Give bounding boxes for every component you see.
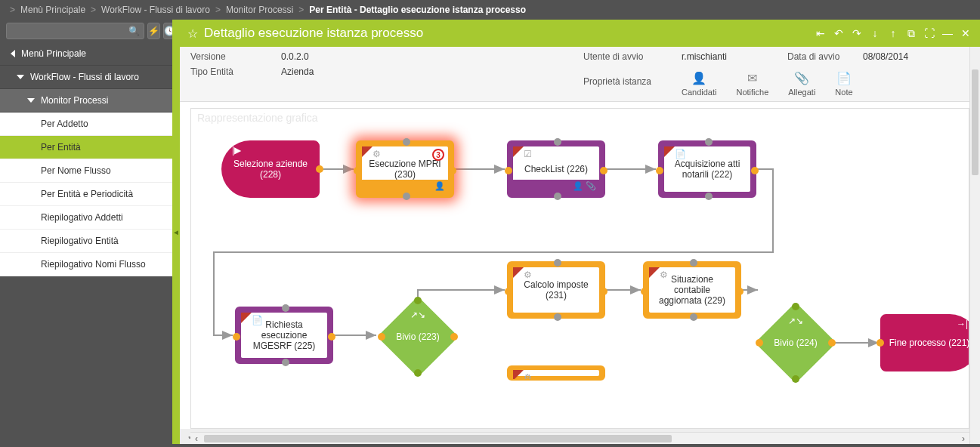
node-situazione[interactable]: ⚙ Situazione contabile aggiornata (229) bbox=[643, 261, 741, 319]
port[interactable] bbox=[705, 193, 713, 200]
port[interactable] bbox=[554, 313, 561, 321]
port[interactable] bbox=[736, 288, 744, 295]
sidebar-item-0[interactable]: Per Addetto bbox=[0, 113, 172, 136]
node-richiesta[interactable]: 📄 Richiesta esecuzione MGESRF (225) bbox=[235, 307, 333, 364]
port[interactable] bbox=[316, 165, 323, 173]
pin-button[interactable]: ⇤ bbox=[814, 26, 827, 40]
node-end[interactable]: →| Fine processo (221) bbox=[880, 314, 969, 371]
nav-workflow[interactable]: WorkFlow - Flussi di lavoro bbox=[0, 66, 172, 89]
node-partial[interactable]: ⚙ bbox=[507, 365, 605, 381]
nav-monitor-processi[interactable]: Monitor Processi bbox=[0, 89, 172, 113]
node-bivio-1[interactable]: ↗↘ Bivio (223) bbox=[380, 299, 456, 375]
start-icon: |▶ bbox=[232, 145, 241, 156]
scroll-left-icon[interactable]: ‹ bbox=[190, 433, 202, 444]
port[interactable] bbox=[403, 193, 410, 200]
restore-button[interactable]: ⧉ bbox=[904, 26, 918, 40]
sidebar-item-6[interactable]: Riepilogativo Nomi Flusso bbox=[0, 253, 172, 276]
attachments-button[interactable]: 📎Allegati bbox=[788, 71, 815, 97]
scrollbar-thumb[interactable] bbox=[972, 69, 978, 175]
port[interactable] bbox=[554, 138, 561, 146]
sidebar-item-1[interactable]: Per Entità bbox=[0, 136, 172, 159]
port[interactable] bbox=[233, 333, 240, 341]
port[interactable] bbox=[450, 333, 458, 341]
badge-count: 3 bbox=[432, 149, 444, 161]
port[interactable] bbox=[756, 339, 763, 347]
node-acq-atti[interactable]: 📄 Acquisizione atti notarili (222) bbox=[658, 140, 756, 198]
port[interactable] bbox=[449, 167, 456, 174]
sidebar-item-3[interactable]: Per Entità e Periodicità bbox=[0, 183, 172, 206]
star-icon[interactable]: ☆ bbox=[187, 26, 198, 41]
split-icon: ↗↘ bbox=[788, 316, 803, 326]
start-user-value: r.mischianti bbox=[682, 51, 765, 62]
candidates-icon: 👤 bbox=[691, 71, 706, 85]
undo-button[interactable]: ↶ bbox=[832, 26, 846, 40]
port[interactable] bbox=[282, 359, 289, 366]
workflow-canvas[interactable]: Rappresentazione grafica |▶ bbox=[190, 108, 969, 429]
candidates-button[interactable]: 👤Candidati bbox=[682, 71, 716, 97]
port[interactable] bbox=[641, 288, 648, 295]
main-panel: ☆ Dettaglio esecuzione istanza processo … bbox=[180, 20, 980, 444]
notes-button[interactable]: 📄Note bbox=[835, 71, 852, 97]
maximize-button[interactable]: ⛶ bbox=[923, 26, 936, 40]
up-button[interactable]: ↑ bbox=[886, 26, 900, 40]
sidebar-item-4[interactable]: Riepilogativo Addetti bbox=[0, 206, 172, 230]
refresh-button[interactable]: ⚡ bbox=[147, 23, 160, 39]
down-button[interactable]: ↓ bbox=[868, 26, 882, 40]
port[interactable] bbox=[828, 339, 836, 347]
nav-main-menu[interactable]: Menù Principale bbox=[0, 42, 172, 66]
entity-type-value: Azienda bbox=[281, 66, 364, 77]
breadcrumb-item[interactable]: WorkFlow - Flussi di lavoro bbox=[101, 5, 210, 15]
vertical-scrollbar[interactable] bbox=[969, 47, 980, 444]
scrollbar-thumb[interactable] bbox=[204, 435, 672, 442]
node-checklist[interactable]: ☑ CheckList (226) 👤📎 bbox=[507, 140, 605, 198]
notifications-button[interactable]: ✉Notifiche bbox=[736, 71, 768, 97]
port[interactable] bbox=[554, 259, 561, 267]
breadcrumb: > Menù Principale > WorkFlow - Flussi di… bbox=[0, 0, 980, 20]
port[interactable] bbox=[414, 369, 422, 377]
port[interactable] bbox=[792, 303, 799, 310]
node-exec-mpri[interactable]: ⚙ 3 Esecuzione MPRI (230) 👤 bbox=[356, 140, 454, 198]
node-bivio-2[interactable]: ↗↘ Bivio (224) bbox=[758, 305, 833, 381]
port[interactable] bbox=[600, 167, 607, 174]
port[interactable] bbox=[554, 193, 561, 200]
port[interactable] bbox=[600, 288, 607, 295]
node-start[interactable]: |▶ Selezione aziende (228) bbox=[221, 140, 320, 198]
port[interactable] bbox=[792, 375, 799, 383]
doc-icon: 📄 bbox=[252, 315, 263, 325]
port[interactable] bbox=[378, 333, 385, 341]
corner-marker bbox=[664, 146, 675, 157]
port[interactable] bbox=[690, 313, 697, 321]
port[interactable] bbox=[705, 138, 713, 146]
horizontal-scrollbar[interactable]: ‹ › bbox=[190, 432, 969, 444]
corner-marker bbox=[513, 267, 524, 278]
port[interactable] bbox=[505, 288, 512, 295]
port[interactable] bbox=[328, 333, 335, 341]
breadcrumb-item[interactable]: Menù Principale bbox=[20, 5, 85, 15]
breadcrumb-item[interactable]: Monitor Processi bbox=[226, 5, 293, 15]
port[interactable] bbox=[414, 297, 422, 304]
search-input[interactable] bbox=[6, 23, 144, 39]
gear-icon: ⚙ bbox=[660, 270, 668, 280]
port[interactable] bbox=[403, 138, 410, 146]
chevron-down-icon bbox=[17, 75, 24, 79]
port[interactable] bbox=[656, 167, 663, 174]
node-calcolo[interactable]: ⚙ Calcolo imposte (231) bbox=[507, 261, 605, 319]
version-value: 0.0.2.0 bbox=[281, 51, 364, 62]
port[interactable] bbox=[876, 339, 884, 347]
redo-button[interactable]: ↷ bbox=[850, 26, 864, 40]
port[interactable] bbox=[354, 167, 361, 174]
breadcrumb-current: Per Entità - Dettaglio esecuzione istanz… bbox=[309, 5, 526, 15]
port[interactable] bbox=[751, 167, 759, 174]
sidebar-item-5[interactable]: Riepilogativo Entità bbox=[0, 230, 172, 253]
minimize-button[interactable]: — bbox=[941, 26, 954, 40]
port[interactable] bbox=[690, 259, 697, 267]
sidebar-collapse-handle[interactable]: ◄ bbox=[172, 20, 180, 444]
scroll-right-icon[interactable]: › bbox=[957, 433, 969, 444]
close-button[interactable]: ✕ bbox=[959, 26, 972, 40]
port[interactable] bbox=[282, 304, 289, 312]
port[interactable] bbox=[505, 167, 512, 174]
chevron-down-icon bbox=[27, 98, 35, 103]
sidebar-item-2[interactable]: Per Nome Flusso bbox=[0, 159, 172, 183]
paperclip-icon: 📎 bbox=[794, 71, 809, 85]
split-icon: ↗↘ bbox=[410, 310, 425, 320]
